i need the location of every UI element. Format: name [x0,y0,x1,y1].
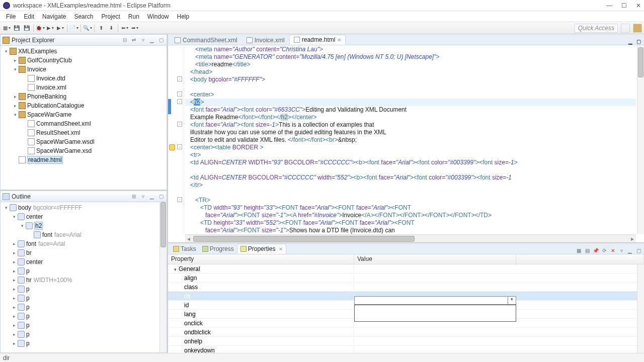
outline-minimize-button[interactable]: ▁ [148,193,155,200]
outline-maximize-button[interactable]: ▢ [157,193,165,200]
remove-button[interactable]: ✕ [609,247,616,254]
fold-marker[interactable]: - [177,76,182,81]
fold-marker[interactable]: - [177,122,182,127]
show-categories-button[interactable]: ▦ [575,247,582,254]
property-row[interactable]: align [168,274,637,283]
tree-item[interactable]: readme.html [1,155,167,164]
outline-item[interactable]: fontface=Arial [1,230,167,239]
tree-item[interactable]: ▾Invoice [1,65,167,74]
outline-sort-button[interactable]: ⊞ [130,193,137,200]
view-menu-button[interactable]: ▿ [139,37,146,44]
menu-help[interactable]: Help [173,12,194,21]
property-dropdown[interactable]: ltrrtl [354,305,516,322]
outline-item[interactable]: ▸center [1,257,167,266]
debug-button[interactable]: 🐞 [36,24,45,33]
save-button[interactable]: 💾 [12,24,21,33]
tab-properties[interactable]: Properties✕ [237,244,287,254]
prev-annotation-button[interactable]: ⬆ [97,24,106,33]
close-tab-icon[interactable]: ✕ [279,246,283,252]
outline-item[interactable]: ▸p [1,321,167,330]
minimize-button[interactable]: — [606,2,612,9]
menu-file[interactable]: File [2,12,20,21]
properties-scrollbar[interactable] [637,264,644,353]
new-button[interactable]: ▦ [2,24,11,33]
maximize-view-button[interactable]: ▢ [635,247,642,254]
tree-item[interactable]: ▾SpaceWarGame [1,110,167,119]
menu-window[interactable]: Window [143,12,173,21]
resource-perspective-button[interactable] [633,24,642,33]
show-advanced-button[interactable]: ▤ [584,247,591,254]
menu-navigate[interactable]: Navigate [38,12,70,21]
pin-button[interactable]: 📌 [592,247,599,254]
next-annotation-button[interactable]: ⬇ [107,24,116,33]
project-tree[interactable]: ▾XMLExamples▸GolfCountryClub▾InvoiceInvo… [1,46,167,190]
outline-tree[interactable]: ▾bodybgcolor=#FFFFFF▾center▾h2fontface=A… [1,202,167,352]
outline-item[interactable]: ▸p [1,339,167,348]
column-value[interactable]: Value [354,254,516,264]
quick-access[interactable]: Quick Access [575,24,618,33]
extrun-button[interactable]: ▶ [56,24,65,33]
property-row[interactable]: onkeydown [168,346,637,353]
property-value-combo[interactable]: ▾ [354,296,516,305]
outline-item[interactable]: ▸p [1,312,167,321]
close-button[interactable]: ✕ [636,2,641,9]
outline-item[interactable]: ▸p [1,330,167,339]
tree-item[interactable]: SpaceWarGame.xsd [1,146,167,155]
source-editor[interactable]: - - - - - - <meta name="Author" content=… [168,45,644,242]
collapse-all-button[interactable]: ⊟ [121,37,128,44]
editor-tab-commandsheet[interactable]: CommandSheet.xml [170,35,242,45]
run-button[interactable]: ▶ [46,24,55,33]
tree-item[interactable]: SpaceWarGame.wsdl [1,137,167,146]
editor-tab-invoice[interactable]: Invoice.xml [242,35,289,45]
search-button[interactable]: 🔍 [83,24,92,33]
outline-item[interactable]: ▸fontface=Arial [1,239,167,248]
link-editor-button[interactable]: ⇄ [130,37,137,44]
outline-item[interactable]: ▸hrWIDTH=100% [1,276,167,285]
outline-item[interactable]: ▸p [1,266,167,276]
editor-gutter[interactable]: - - - - - - [168,45,184,234]
tree-item[interactable]: ▸PhoneBanking [1,92,167,101]
fold-marker[interactable]: - [177,144,182,149]
outline-item[interactable]: ▾center [1,212,167,221]
menu-edit[interactable]: Edit [20,12,38,21]
outline-item[interactable]: ▸br [1,248,167,257]
property-row[interactable]: dir▾ltrrtl [168,292,637,301]
outline-item[interactable]: ▸p [1,285,167,294]
tree-item[interactable]: Invoice.dtd [1,74,167,83]
open-perspective-button[interactable] [621,24,630,33]
menu-search[interactable]: Search [70,12,97,21]
maximize-view-button[interactable]: ▢ [157,37,165,44]
properties-table[interactable]: Property Value ▾Generalalignclassdir▾ltr… [168,254,644,353]
dropdown-option[interactable]: rtl [355,313,516,321]
tree-item[interactable]: ▸PublicationCatalogue [1,101,167,110]
fold-marker[interactable]: - [177,99,182,104]
code-area[interactable]: <meta name="Author" content="Christina L… [185,45,636,234]
warning-marker[interactable] [169,144,175,150]
dropdown-option[interactable]: ltr [355,305,516,313]
property-row[interactable]: class [168,283,637,292]
restore-defaults-button[interactable]: ⟳ [601,247,608,254]
close-tab-icon[interactable]: ✕ [337,37,341,43]
outline-item[interactable]: ▾bodybgcolor=#FFFFFF [1,203,167,212]
editor-maximize-button[interactable]: ▢ [635,38,642,45]
outline-item[interactable]: ▸p [1,303,167,312]
maximize-button[interactable]: ☐ [621,2,627,9]
editor-horizontal-scrollbar[interactable]: ◂ ▸ [185,234,636,242]
tree-item[interactable]: Invoice.xml [1,83,167,92]
menu-run[interactable]: Run [124,12,143,21]
minimize-view-button[interactable]: ▁ [626,247,633,254]
property-row[interactable]: onhelp [168,337,637,346]
newtype-button[interactable]: 📄 [69,24,78,33]
forward-button[interactable]: ➡ [130,24,139,33]
saveall-button[interactable]: 💾 [22,24,31,33]
back-button[interactable]: ⬅ [120,24,129,33]
minimize-view-button[interactable]: ▁ [148,37,155,44]
outline-item[interactable]: ▾h2 [1,221,167,230]
tree-item[interactable]: ▸GolfCountryClub [1,56,167,65]
column-property[interactable]: Property [168,254,354,264]
property-row[interactable]: ondblclick [168,328,637,337]
fold-marker[interactable]: - [177,92,182,97]
tab-progress[interactable]: Progress [199,244,237,254]
outline-menu-button[interactable]: ▿ [139,193,146,200]
editor-minimize-button[interactable]: ▁ [627,38,634,45]
